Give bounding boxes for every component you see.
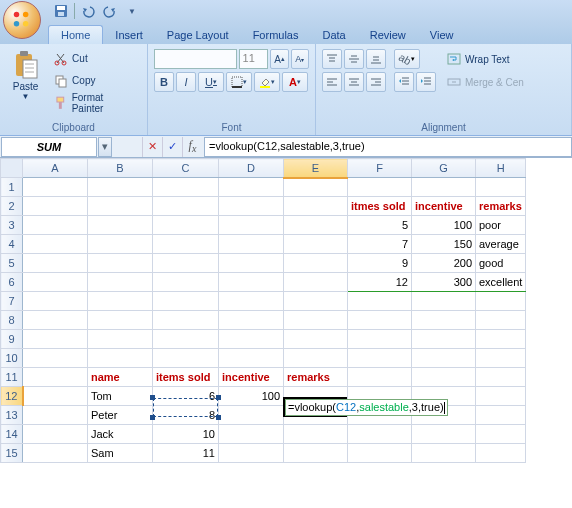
tab-data[interactable]: Data [310, 26, 357, 44]
fill-color-button[interactable]: ▾ [254, 72, 280, 92]
name-box[interactable]: SUM [1, 137, 97, 157]
cell[interactable]: 300 [412, 273, 476, 292]
cell[interactable]: Jack [88, 425, 153, 444]
tab-review[interactable]: Review [358, 26, 418, 44]
cell[interactable]: 12 [348, 273, 412, 292]
cell[interactable]: incentive [219, 368, 284, 387]
row-header[interactable]: 9 [1, 330, 23, 349]
spreadsheet-grid[interactable]: A B C D E F G H 1 2itmes soldincentivere… [0, 158, 526, 463]
cell[interactable]: 9 [348, 254, 412, 273]
row-header[interactable]: 6 [1, 273, 23, 292]
fx-icon[interactable]: fx [182, 137, 202, 157]
office-button[interactable] [3, 1, 41, 39]
row-header[interactable]: 7 [1, 292, 23, 311]
cell[interactable]: items sold [153, 368, 219, 387]
row-header[interactable]: 8 [1, 311, 23, 330]
row-header[interactable]: 4 [1, 235, 23, 254]
cell[interactable]: Peter [88, 406, 153, 425]
border-button[interactable]: ▾ [226, 72, 252, 92]
enter-icon[interactable]: ✓ [162, 137, 182, 157]
cell[interactable]: itmes sold [348, 197, 412, 216]
cell[interactable]: excellent [476, 273, 526, 292]
tab-formulas[interactable]: Formulas [241, 26, 311, 44]
cell[interactable]: remarks [284, 368, 348, 387]
increase-indent-button[interactable] [416, 72, 436, 92]
cell[interactable]: 8 [153, 406, 219, 425]
cell[interactable]: 11 [153, 444, 219, 463]
col-header[interactable]: E [284, 159, 348, 178]
row-header[interactable]: 13 [1, 406, 23, 425]
select-all-corner[interactable] [1, 159, 23, 178]
paste-button[interactable]: Paste ▼ [6, 47, 45, 119]
tab-home[interactable]: Home [48, 25, 103, 44]
cell[interactable]: name [88, 368, 153, 387]
shrink-font-button[interactable]: A▾ [291, 49, 309, 69]
cell[interactable]: 10 [153, 425, 219, 444]
redo-icon[interactable] [101, 2, 119, 20]
chevron-down-icon[interactable]: ▼ [22, 92, 30, 101]
cell[interactable]: 6 [153, 387, 219, 406]
col-header[interactable]: D [219, 159, 284, 178]
underline-button[interactable]: U ▾ [198, 72, 224, 92]
cell[interactable]: 150 [412, 235, 476, 254]
cell[interactable]: incentive [412, 197, 476, 216]
format-painter-button[interactable]: Format Painter [49, 92, 141, 113]
col-header[interactable]: F [348, 159, 412, 178]
row-header[interactable]: 2 [1, 197, 23, 216]
col-header[interactable]: B [88, 159, 153, 178]
align-right-button[interactable] [366, 72, 386, 92]
align-center-button[interactable] [344, 72, 364, 92]
tab-view[interactable]: View [418, 26, 466, 44]
row-header[interactable]: 12 [1, 387, 23, 406]
save-icon[interactable] [52, 2, 70, 20]
col-header[interactable]: H [476, 159, 526, 178]
row-header[interactable]: 5 [1, 254, 23, 273]
tab-page-layout[interactable]: Page Layout [155, 26, 241, 44]
cell[interactable]: 7 [348, 235, 412, 254]
row-header[interactable]: 15 [1, 444, 23, 463]
cell-active[interactable] [284, 387, 348, 406]
row-header[interactable]: 14 [1, 425, 23, 444]
merge-center-button[interactable]: Merge & Cen [442, 72, 529, 92]
col-header[interactable]: A [23, 159, 88, 178]
tab-insert[interactable]: Insert [103, 26, 155, 44]
cell[interactable]: 100 [412, 216, 476, 235]
cell[interactable]: average [476, 235, 526, 254]
qat-customize-icon[interactable]: ▼ [123, 2, 141, 20]
cancel-icon[interactable]: ✕ [142, 137, 162, 157]
copy-button[interactable]: Copy [49, 70, 141, 91]
decrease-indent-button[interactable] [394, 72, 414, 92]
name-box-dropdown-icon[interactable]: ▾ [98, 137, 112, 157]
bold-button[interactable]: B [154, 72, 174, 92]
cell[interactable]: remarks [476, 197, 526, 216]
cell[interactable]: 100 [219, 387, 284, 406]
undo-icon[interactable] [79, 2, 97, 20]
row-header[interactable]: 10 [1, 349, 23, 368]
font-name-select[interactable] [154, 49, 237, 69]
font-size-select[interactable]: 11 [239, 49, 269, 69]
row-header[interactable]: 1 [1, 178, 23, 197]
qat-separator [74, 3, 75, 19]
cell[interactable]: 200 [412, 254, 476, 273]
row-header[interactable]: 3 [1, 216, 23, 235]
row-header[interactable]: 11 [1, 368, 23, 387]
italic-button[interactable]: I [176, 72, 196, 92]
cell[interactable]: 5 [348, 216, 412, 235]
align-top-button[interactable] [322, 49, 342, 69]
cut-button[interactable]: Cut [49, 48, 141, 69]
cell[interactable]: Tom [88, 387, 153, 406]
orientation-button[interactable]: ab▾ [394, 49, 420, 69]
align-bottom-button[interactable] [366, 49, 386, 69]
align-middle-button[interactable] [344, 49, 364, 69]
grow-font-button[interactable]: A▴ [270, 49, 288, 69]
ribbon-tabs: Home Insert Page Layout Formulas Data Re… [0, 22, 572, 44]
cell[interactable]: good [476, 254, 526, 273]
col-header[interactable]: G [412, 159, 476, 178]
font-color-button[interactable]: A▾ [282, 72, 308, 92]
cell[interactable]: Sam [88, 444, 153, 463]
align-left-button[interactable] [322, 72, 342, 92]
cell[interactable]: poor [476, 216, 526, 235]
formula-bar-input[interactable]: =vlookup(C12,salestable,3,true) [204, 137, 572, 157]
col-header[interactable]: C [153, 159, 219, 178]
wrap-text-button[interactable]: Wrap Text [442, 49, 529, 69]
